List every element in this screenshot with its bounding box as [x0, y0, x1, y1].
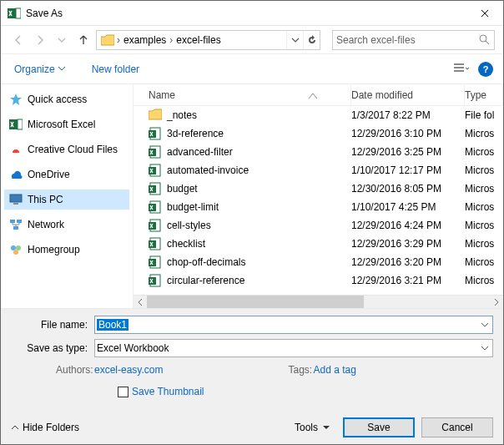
hide-folders-button[interactable]: Hide Folders — [11, 422, 79, 433]
back-arrow-icon[interactable] — [9, 31, 28, 49]
search-input[interactable]: Search excel-files — [332, 30, 495, 50]
svg-rect-11 — [10, 220, 15, 223]
file-date: 12/29/2016 3:29 PM — [351, 238, 465, 250]
file-type: Micros — [465, 164, 503, 176]
file-type: Micros — [465, 238, 503, 250]
excel-file-icon — [149, 274, 162, 287]
sidebar-item[interactable]: Creative Cloud Files — [4, 139, 129, 159]
new-folder-label: New folder — [92, 63, 139, 75]
file-name: checklist — [167, 238, 205, 250]
recent-dropdown-icon[interactable] — [53, 31, 71, 49]
sidebar-item[interactable]: Quick access — [4, 89, 129, 109]
horizontal-scrollbar[interactable] — [134, 295, 503, 308]
file-row[interactable]: automated-invoice1/10/2017 12:17 PMMicro… — [134, 161, 503, 180]
scroll-left-icon[interactable] — [134, 296, 147, 309]
new-folder-button[interactable]: New folder — [88, 60, 143, 78]
svg-rect-1 — [16, 8, 21, 18]
breadcrumb-part[interactable]: examples — [122, 34, 168, 46]
file-row[interactable]: 3d-reference12/29/2016 3:10 PMMicros — [134, 124, 503, 143]
breadcrumb[interactable]: › examples › excel-files — [96, 30, 320, 50]
svg-point-2 — [480, 35, 486, 42]
filename-input[interactable]: Book1 — [94, 316, 493, 334]
svg-rect-0 — [8, 8, 16, 18]
file-date: 12/30/2016 8:05 PM — [351, 183, 465, 195]
folder-icon — [149, 109, 162, 122]
saveas-type-select[interactable]: Excel Workbook — [94, 339, 493, 357]
file-row[interactable]: checklist12/29/2016 3:29 PMMicros — [134, 235, 503, 253]
help-icon[interactable]: ? — [478, 62, 493, 77]
toolbar: Organize New folder ? — [1, 54, 503, 84]
chevron-right-icon: › — [168, 34, 174, 46]
save-thumbnail-checkbox[interactable] — [118, 387, 129, 397]
dialog-title: Save As — [26, 8, 63, 19]
up-arrow-icon[interactable] — [74, 31, 93, 49]
svg-rect-34 — [149, 277, 156, 285]
save-button-label: Save — [367, 422, 390, 433]
file-date: 1/10/2017 4:25 PM — [351, 201, 465, 213]
column-date[interactable]: Date modified — [351, 84, 465, 105]
file-row[interactable]: chop-off-decimals12/29/2016 3:20 PMMicro… — [134, 253, 503, 271]
file-row[interactable]: circular-reference12/29/2016 3:21 PMMicr… — [134, 271, 503, 290]
file-row[interactable]: _notes1/3/2017 8:22 PMFile fol — [134, 106, 503, 124]
sidebar-item[interactable]: Network — [4, 215, 129, 235]
saveas-dropdown-icon[interactable] — [477, 346, 492, 351]
chevron-right-icon: › — [115, 34, 122, 46]
file-type: Micros — [465, 128, 503, 139]
file-type: Micros — [465, 220, 503, 231]
file-date: 12/29/2016 3:25 PM — [351, 146, 465, 158]
organize-menu[interactable]: Organize — [11, 60, 68, 78]
save-thumbnail-label: Save Thumbnail — [132, 386, 204, 397]
sidebar-item-label: Network — [28, 219, 64, 230]
forward-arrow-icon[interactable] — [31, 31, 49, 49]
authors-value[interactable]: excel-easy.com — [94, 364, 163, 376]
star-icon — [9, 93, 23, 106]
view-options-icon[interactable] — [451, 59, 471, 79]
save-button[interactable]: Save — [343, 417, 415, 437]
scroll-right-icon[interactable] — [490, 296, 503, 309]
file-type: Micros — [465, 275, 503, 286]
svg-rect-32 — [149, 259, 156, 266]
breadcrumb-dropdown-icon[interactable] — [286, 31, 303, 49]
network-icon — [9, 218, 23, 231]
hide-folders-label: Hide Folders — [23, 422, 79, 433]
refresh-icon[interactable] — [303, 31, 320, 49]
main-area: Quick accessMicrosoft ExcelCreative Clou… — [1, 84, 503, 308]
close-button[interactable] — [466, 1, 503, 26]
form-area: File name: Book1 Save as type: Excel Wor… — [1, 308, 503, 411]
sort-ascending-icon — [309, 89, 317, 101]
file-row[interactable]: budget12/30/2016 8:05 PMMicros — [134, 180, 503, 198]
scroll-thumb[interactable] — [147, 296, 364, 309]
file-row[interactable]: advanced-filter12/29/2016 3:25 PMMicros — [134, 143, 503, 161]
saveas-value: Excel Workbook — [95, 342, 477, 354]
cancel-button[interactable]: Cancel — [421, 417, 493, 437]
sidebar-item-label: This PC — [28, 194, 63, 205]
sidebar-item[interactable]: Homegroup — [4, 240, 129, 260]
excel-file-icon — [149, 255, 162, 269]
authors-label: Authors: — [56, 364, 94, 376]
column-type[interactable]: Type — [465, 84, 503, 105]
search-icon — [477, 34, 491, 45]
chevron-down-icon — [58, 67, 65, 71]
file-date: 1/3/2017 8:22 PM — [351, 109, 465, 121]
sidebar-item[interactable]: OneDrive — [4, 164, 129, 185]
svg-marker-6 — [10, 94, 22, 105]
file-name: advanced-filter — [167, 146, 233, 158]
excel-file-icon — [149, 145, 162, 159]
svg-rect-22 — [149, 167, 156, 174]
footer: Hide Folders Tools Save Cancel — [1, 411, 503, 444]
file-date: 12/29/2016 4:24 PM — [351, 220, 465, 231]
column-type-label: Type — [465, 89, 486, 101]
svg-rect-10 — [13, 203, 18, 205]
tags-value[interactable]: Add a tag — [313, 364, 355, 376]
breadcrumb-part[interactable]: excel-files — [174, 34, 222, 46]
column-name[interactable]: Name — [134, 84, 351, 105]
sidebar-item[interactable]: Microsoft Excel — [4, 114, 129, 134]
tools-menu[interactable]: Tools — [295, 422, 330, 433]
sidebar-item-label: Homegroup — [28, 244, 80, 255]
file-row[interactable]: cell-styles12/29/2016 4:24 PMMicros — [134, 216, 503, 235]
excel-file-icon — [149, 200, 162, 214]
filename-dropdown-icon[interactable] — [477, 323, 492, 327]
sidebar-item[interactable]: This PC — [4, 190, 129, 210]
file-row[interactable]: budget-limit1/10/2017 4:25 PMMicros — [134, 198, 503, 216]
file-list[interactable]: _notes1/3/2017 8:22 PMFile fol3d-referen… — [134, 106, 503, 295]
